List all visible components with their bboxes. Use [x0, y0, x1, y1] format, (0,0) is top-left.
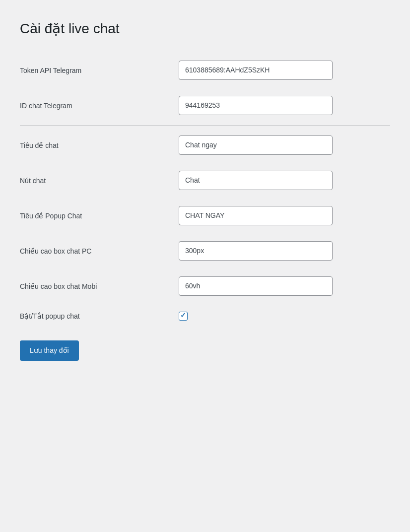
page-title: Cài đặt live chat — [20, 20, 390, 38]
form-row-id-chat: ID chat Telegram — [20, 88, 390, 126]
checkbox-container — [179, 312, 390, 321]
input-nut-chat[interactable] — [179, 171, 333, 190]
form-table: Token API Telegram ID chat Telegram Tiêu… — [20, 53, 390, 329]
field-chieu-cao-mobi — [179, 276, 390, 296]
input-id-chat[interactable] — [179, 96, 333, 115]
field-nut-chat — [179, 171, 390, 190]
form-row-tieu-de-popup: Tiêu đề Popup Chat — [20, 198, 390, 233]
submit-button[interactable]: Lưu thay đổi — [20, 340, 79, 361]
field-tieu-de-popup — [179, 206, 390, 225]
page-container: Cài đặt live chat Token API Telegram ID … — [0, 0, 410, 391]
label-nut-chat: Nút chat — [20, 177, 179, 185]
checkbox-bat-tat[interactable] — [179, 312, 188, 321]
label-bat-tat: Bật/Tắt popup chat — [20, 312, 179, 320]
label-id-chat: ID chat Telegram — [20, 102, 179, 110]
field-chieu-cao-pc — [179, 241, 390, 261]
input-tieu-de-chat[interactable] — [179, 135, 333, 155]
form-row-bat-tat: Bật/Tắt popup chat — [20, 304, 390, 329]
input-chieu-cao-mobi[interactable] — [179, 276, 333, 296]
label-tieu-de-chat: Tiêu đề chat — [20, 141, 179, 149]
field-token-api — [179, 61, 390, 80]
form-row-nut-chat: Nút chat — [20, 163, 390, 198]
field-id-chat — [179, 96, 390, 115]
input-chieu-cao-pc[interactable] — [179, 241, 333, 261]
field-tieu-de-chat — [179, 135, 390, 155]
label-chieu-cao-mobi: Chiều cao box chat Mobi — [20, 282, 179, 290]
label-token-api: Token API Telegram — [20, 66, 179, 74]
input-token-api[interactable] — [179, 61, 333, 80]
input-tieu-de-popup[interactable] — [179, 206, 333, 225]
form-row-chieu-cao-mobi: Chiều cao box chat Mobi — [20, 268, 390, 304]
label-chieu-cao-pc: Chiều cao box chat PC — [20, 247, 179, 255]
field-bat-tat — [179, 312, 390, 321]
label-tieu-de-popup: Tiêu đề Popup Chat — [20, 212, 179, 220]
form-row-chieu-cao-pc: Chiều cao box chat PC — [20, 233, 390, 268]
form-row-tieu-de-chat: Tiêu đề chat — [20, 128, 390, 163]
form-row-token-api: Token API Telegram — [20, 53, 390, 88]
